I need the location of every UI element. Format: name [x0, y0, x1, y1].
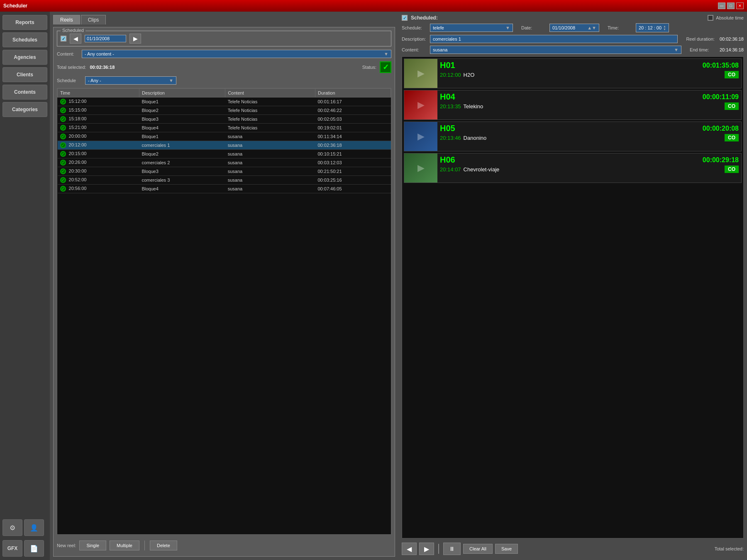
content-dropdown[interactable]: - Any content - ▼: [82, 50, 391, 58]
row-description: comerciales 2: [139, 158, 225, 167]
bottom-bar: New reel: Single Multiple Delete: [57, 538, 391, 553]
row-check-icon: ✓: [60, 125, 66, 131]
reel-thumbnail: ▶: [404, 59, 437, 88]
content-form-dropdown[interactable]: susana ▼: [430, 46, 681, 54]
table-row[interactable]: ✓ 20:26:00 comerciales 2 susana 00:03:12…: [58, 158, 391, 167]
row-time: 15:21:00: [69, 125, 87, 130]
gfx-icon-button[interactable]: GFX: [2, 540, 22, 557]
co-button[interactable]: CO: [725, 71, 739, 78]
reel-card[interactable]: ▶ H05 00:00:20:08 20:13:46 Danonino CO: [404, 122, 742, 151]
co-button[interactable]: CO: [725, 102, 739, 110]
total-section: Total selected: 00:02:36:18: [57, 65, 351, 70]
table-row[interactable]: ✓ 15:18:00 Bloque3 Telefe Noticias 00:02…: [58, 115, 391, 124]
save-button[interactable]: Save: [495, 544, 518, 554]
reel-header-row: H06 00:00:29:18: [440, 155, 739, 165]
description-form-input[interactable]: comerciales 1: [430, 35, 678, 43]
row-duration: 00:11:34:14: [315, 132, 391, 141]
reel-info: H01 00:01:35:08 20:12:00 H2O CO: [437, 59, 741, 88]
maximize-button[interactable]: □: [727, 2, 735, 9]
table-row[interactable]: ✓ 20:52:00 comerciales 3 susana 00:03:25…: [58, 176, 391, 185]
tab-reels[interactable]: Reels: [53, 15, 80, 24]
schedule-dropdown-arrow: ▼: [169, 78, 173, 83]
multiple-button[interactable]: Multiple: [110, 541, 139, 550]
reel-name: H2O: [464, 72, 722, 78]
time-form-input[interactable]: 20 : 12 : 00 ▲ ▼: [636, 23, 669, 32]
row-time: 20:26:00: [69, 160, 87, 165]
description-form-label: Description:: [402, 37, 427, 41]
time-down-arrow[interactable]: ▼: [663, 28, 666, 31]
schedule-table: Time Description Content Duration ✓ 15:1…: [57, 88, 391, 193]
schedule-form-row: Schedule: telefe ▼ Date: 01/10/2008 ▲▼ T…: [402, 23, 744, 32]
table-row[interactable]: ✓ 20:56:00 Bloque4 susana 00:07:46:05: [58, 185, 391, 193]
reel-duration: 00:01:35:08: [703, 62, 739, 69]
single-button[interactable]: Single: [79, 541, 106, 550]
sidebar-item-schedules[interactable]: Schedules: [2, 32, 47, 47]
sidebar-item-clients[interactable]: Clients: [2, 67, 47, 82]
row-duration: 00:21:50:21: [315, 167, 391, 176]
date-form-input[interactable]: 01/10/2008 ▲▼: [549, 24, 599, 32]
scheduled-checkbox[interactable]: ✓: [61, 36, 66, 41]
pause-button[interactable]: ⏸: [443, 543, 461, 555]
table-row[interactable]: ✓ 15:21:00 Bloque4 Telefe Noticias 00:19…: [58, 124, 391, 132]
user-icon-button[interactable]: 👤: [24, 519, 44, 536]
schedule-dropdown-icon: ▼: [505, 25, 510, 30]
reel-info: H04 00:00:11:09 20:13:35 Telekino CO: [437, 90, 741, 119]
schedule-dropdown[interactable]: - Any - ▼: [85, 76, 176, 85]
time-up-arrow[interactable]: ▲: [663, 25, 666, 28]
status-check-icon: ✓: [380, 61, 391, 73]
clear-all-button[interactable]: Clear All: [463, 544, 493, 554]
sidebar-item-contents[interactable]: Contents: [2, 85, 47, 100]
reel-card[interactable]: ▶ H06 00:00:29:18 20:14:07 Chevrolet-via…: [404, 153, 742, 183]
prev-date-button[interactable]: ◀: [70, 34, 81, 44]
co-button[interactable]: CO: [725, 166, 739, 173]
minimize-button[interactable]: —: [718, 2, 725, 9]
reel-time: 20:12:00: [440, 72, 461, 78]
reel-detail-row: 20:13:35 Telekino CO: [440, 102, 739, 110]
co-button[interactable]: CO: [725, 134, 739, 141]
reel-prev-button[interactable]: ◀: [402, 543, 417, 555]
tab-clips[interactable]: Clips: [81, 15, 106, 24]
col-header-description: Description: [139, 89, 225, 97]
absolute-time-checkbox[interactable]: [708, 15, 713, 21]
table-row[interactable]: ✓ 20:30:00 Bloque3 susana 00:21:50:21: [58, 167, 391, 176]
file-icon-button[interactable]: 📄: [24, 540, 44, 557]
reel-id: H05: [440, 124, 455, 133]
close-button[interactable]: ✕: [736, 2, 744, 9]
row-duration: 00:02:05:03: [315, 115, 391, 124]
schedule-form-dropdown[interactable]: telefe ▼: [430, 24, 513, 32]
row-description: Bloque4: [139, 124, 225, 132]
reel-name: Danonino: [464, 135, 722, 141]
sidebar-icon-row-top: ⚙ 👤: [2, 519, 47, 536]
right-header: ✓ Scheduled: Absolute time: [402, 15, 744, 21]
right-scheduled-checkbox[interactable]: ✓: [402, 15, 408, 21]
bottom-separator: [438, 544, 439, 554]
settings-icon-button[interactable]: ⚙: [2, 519, 22, 536]
reel-detail-row: 20:13:46 Danonino CO: [440, 134, 739, 141]
table-row[interactable]: ✓ 20:15:00 Bloque2 susana 00:10:15:21: [58, 150, 391, 158]
title-bar: Scheduler — □ ✕: [0, 0, 747, 12]
sidebar-item-agencies[interactable]: Agencies: [2, 50, 47, 65]
date-input[interactable]: 01/10/2008: [85, 35, 126, 42]
reel-card[interactable]: ▶ H04 00:00:11:09 20:13:35 Telekino CO: [404, 90, 742, 120]
reel-next-button[interactable]: ▶: [419, 543, 434, 555]
reel-thumbnail: ▶: [404, 122, 437, 151]
reel-card[interactable]: ▶ H01 00:01:35:08 20:12:00 H2O CO: [404, 58, 742, 88]
row-duration: 00:02:46:22: [315, 106, 391, 115]
sidebar-item-categories[interactable]: Categories: [2, 102, 47, 117]
row-content: Telefe Noticias: [225, 124, 315, 132]
main-container: Reports Schedules Agencies Clients Conte…: [0, 12, 747, 560]
delete-button[interactable]: Delete: [150, 541, 177, 550]
table-row[interactable]: ✓ 15:12:00 Bloque1 Telefe Noticias 00:01…: [58, 97, 391, 106]
row-description: Bloque2: [139, 150, 225, 158]
schedule-form-label: Schedule:: [402, 25, 427, 30]
table-row[interactable]: ✓ 20:12:00 comerciales 1 susana 00:02:36…: [58, 141, 391, 150]
table-row[interactable]: ✓ 15:15:00 Bloque2 Telefe Noticias 00:02…: [58, 106, 391, 115]
table-row[interactable]: ✓ 20:00:00 Bloque1 susana 00:11:34:14: [58, 132, 391, 141]
row-content: susana: [225, 158, 315, 167]
tab-row: Reels Clips: [53, 15, 395, 24]
row-time: 15:18:00: [69, 116, 87, 121]
row-description: Bloque4: [139, 185, 225, 193]
row-description: Bloque1: [139, 132, 225, 141]
next-date-button[interactable]: ▶: [129, 34, 141, 44]
sidebar-item-reports[interactable]: Reports: [2, 15, 47, 30]
